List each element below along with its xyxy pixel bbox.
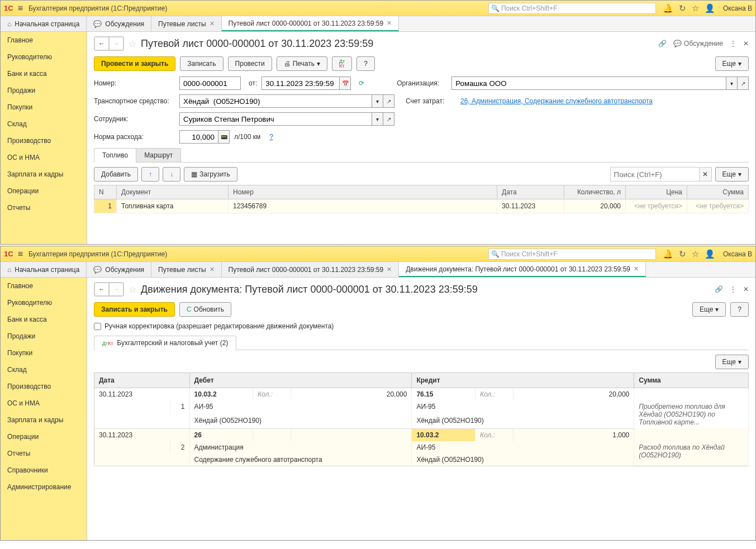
global-search-input[interactable]: 🔍Поиск Ctrl+Shift+F bbox=[488, 249, 656, 260]
more-button[interactable]: Еще▾ bbox=[715, 167, 749, 182]
subtab-route[interactable]: Маршрут bbox=[136, 148, 181, 162]
sidebar-item[interactable]: Продажи bbox=[1, 328, 87, 345]
movement-row[interactable]: 30.11.2023 26 10.03.2 Кол.: 1,000 bbox=[94, 428, 749, 441]
close-icon[interactable]: ✕ bbox=[210, 266, 215, 273]
sidebar-item[interactable]: Главное bbox=[1, 32, 87, 49]
close-icon[interactable]: ✕ bbox=[634, 265, 639, 273]
move-down-button[interactable]: ↓ bbox=[163, 167, 180, 182]
sidebar-item[interactable]: Администрирование bbox=[1, 479, 87, 495]
sidebar-item[interactable]: Зарплата и кадры bbox=[1, 166, 87, 183]
forward-button[interactable]: → bbox=[109, 37, 123, 50]
clear-search-icon[interactable]: ✕ bbox=[700, 167, 712, 182]
post-close-button[interactable]: Провести и закрыть bbox=[94, 56, 175, 71]
global-search-input[interactable]: 🔍Поиск Ctrl+Shift+F bbox=[488, 3, 656, 14]
link-icon[interactable]: 🔗 bbox=[658, 40, 667, 47]
calendar-icon[interactable]: 📅 bbox=[340, 77, 351, 90]
more-button[interactable]: Еще▾ bbox=[715, 355, 749, 369]
sidebar-item[interactable]: Банк и касса bbox=[1, 65, 87, 82]
star-icon[interactable]: ☆ bbox=[692, 249, 699, 259]
sidebar-item[interactable]: Склад bbox=[1, 361, 87, 378]
subtab-fuel[interactable]: Топливо bbox=[94, 148, 136, 162]
back-button[interactable]: ← bbox=[94, 283, 109, 296]
refresh-doc-icon[interactable]: ⟳ bbox=[359, 79, 364, 87]
print-button[interactable]: 🖨Печать▾ bbox=[277, 56, 327, 71]
open-icon[interactable]: ↗ bbox=[383, 112, 394, 126]
add-button[interactable]: Добавить bbox=[94, 167, 138, 182]
sidebar-item[interactable]: Руководителю bbox=[1, 294, 87, 311]
close-icon[interactable]: ✕ bbox=[210, 20, 215, 27]
tab-document[interactable]: Путевой лист 0000-000001 от 30.11.2023 2… bbox=[222, 16, 400, 31]
manual-correction-checkbox[interactable] bbox=[94, 323, 101, 330]
star-icon[interactable]: ☆ bbox=[692, 3, 699, 13]
hamburger-icon[interactable]: ≡ bbox=[18, 3, 23, 13]
tab-discuss[interactable]: 💬Обсуждения bbox=[87, 16, 151, 31]
employee-input[interactable] bbox=[179, 112, 372, 126]
sidebar-item[interactable]: Склад bbox=[1, 116, 87, 132]
number-input[interactable] bbox=[179, 77, 241, 90]
bell-icon[interactable]: 🔔 bbox=[663, 3, 673, 13]
movement-row[interactable]: 1 АИ-95 АИ-95 Приобретено топливо для Хё… bbox=[94, 400, 749, 414]
subtab-accounting[interactable]: ДтКт Бухгалтерский и налоговый учет (2) bbox=[94, 336, 236, 350]
table-search-input[interactable] bbox=[610, 167, 700, 182]
open-icon[interactable]: ↗ bbox=[738, 77, 749, 90]
close-icon[interactable]: ✕ bbox=[387, 266, 392, 273]
dtkt-button[interactable]: ДтКт bbox=[332, 56, 352, 71]
more-button[interactable]: Еще▾ bbox=[692, 302, 726, 317]
rate-help-icon[interactable]: ? bbox=[269, 133, 273, 141]
sidebar-item[interactable]: Руководителю bbox=[1, 49, 87, 65]
link-icon[interactable]: 🔗 bbox=[715, 285, 723, 293]
chevron-down-icon[interactable]: ▾ bbox=[726, 77, 738, 90]
close-icon[interactable]: ✕ bbox=[743, 285, 749, 293]
user-icon[interactable]: 👤 bbox=[705, 249, 715, 259]
sidebar-item[interactable]: ОС и НМА bbox=[1, 149, 87, 166]
help-button[interactable]: ? bbox=[356, 56, 375, 71]
sidebar-item[interactable]: Операции bbox=[1, 428, 87, 445]
close-icon[interactable]: ✕ bbox=[387, 20, 392, 27]
favorite-icon[interactable]: ☆ bbox=[129, 284, 136, 295]
discuss-button[interactable]: 💬Обсуждение bbox=[673, 40, 723, 47]
movement-row[interactable]: 30.11.2023 10.03.2 Кол.: 20,000 76.15 Ко… bbox=[94, 388, 749, 401]
kebab-icon[interactable]: ⋮ bbox=[730, 285, 736, 293]
tab-waybills[interactable]: Путевые листы✕ bbox=[151, 262, 222, 277]
sidebar-item[interactable]: Зарплата и кадры bbox=[1, 412, 87, 428]
tab-discuss[interactable]: 💬Обсуждения bbox=[87, 262, 151, 277]
chevron-down-icon[interactable]: ▾ bbox=[372, 94, 383, 108]
sidebar-item[interactable]: Отчеты bbox=[1, 445, 87, 462]
back-button[interactable]: ← bbox=[94, 37, 109, 50]
bell-icon[interactable]: 🔔 bbox=[663, 249, 673, 259]
calc-icon[interactable]: 📟 bbox=[218, 130, 230, 144]
tab-document[interactable]: Путевой лист 0000-000001 от 30.11.2023 2… bbox=[222, 262, 400, 277]
tab-movements[interactable]: Движения документа: Путевой лист 0000-00… bbox=[399, 262, 646, 277]
write-button[interactable]: Записать bbox=[180, 56, 223, 71]
movement-row[interactable]: 2 Администрация АИ-95 Расход топлива по … bbox=[94, 441, 749, 453]
write-close-button[interactable]: Записать и закрыть bbox=[94, 302, 175, 317]
sidebar-item[interactable]: Справочники bbox=[1, 462, 87, 479]
post-button[interactable]: Провести bbox=[228, 56, 272, 71]
sidebar-item[interactable]: ОС и НМА bbox=[1, 395, 87, 412]
help-button[interactable]: ? bbox=[730, 302, 749, 317]
tab-home[interactable]: ⌂Начальная страница bbox=[1, 262, 87, 277]
kebab-icon[interactable]: ⋮ bbox=[730, 40, 736, 47]
chevron-down-icon[interactable]: ▾ bbox=[372, 112, 383, 126]
move-up-button[interactable]: ↑ bbox=[141, 167, 159, 182]
open-icon[interactable]: ↗ bbox=[383, 94, 394, 108]
table-row[interactable]: 1 Топливная карта 123456789 30.11.2023 2… bbox=[94, 199, 749, 213]
history-icon[interactable]: ↻ bbox=[679, 3, 686, 13]
load-button[interactable]: ▦Загрузить bbox=[184, 167, 237, 182]
tab-home[interactable]: ⌂Начальная страница bbox=[1, 16, 87, 31]
tab-waybills[interactable]: Путевые листы✕ bbox=[151, 16, 222, 31]
more-button[interactable]: Еще▾ bbox=[715, 56, 749, 71]
user-icon[interactable]: 👤 bbox=[705, 3, 715, 13]
sidebar-item[interactable]: Отчеты bbox=[1, 199, 87, 216]
date-input[interactable] bbox=[261, 77, 340, 90]
forward-button[interactable]: → bbox=[109, 283, 123, 296]
rate-input[interactable] bbox=[179, 130, 218, 144]
vehicle-input[interactable] bbox=[179, 94, 372, 108]
sidebar-item[interactable]: Покупки bbox=[1, 345, 87, 361]
favorite-icon[interactable]: ☆ bbox=[129, 39, 136, 49]
hamburger-icon[interactable]: ≡ bbox=[18, 249, 23, 259]
sidebar-item[interactable]: Продажи bbox=[1, 82, 87, 99]
sidebar-item[interactable]: Банк и касса bbox=[1, 311, 87, 328]
sidebar-item[interactable]: Покупки bbox=[1, 99, 87, 116]
history-icon[interactable]: ↻ bbox=[679, 249, 686, 259]
